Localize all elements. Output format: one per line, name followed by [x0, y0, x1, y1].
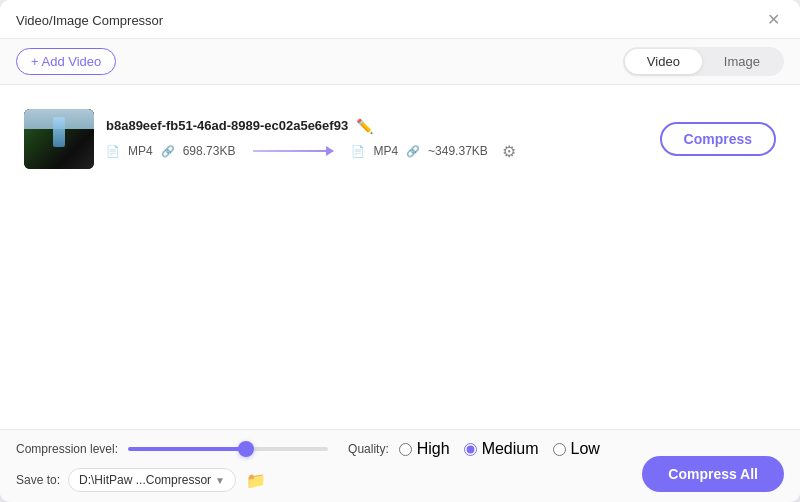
quality-high-label: High: [417, 440, 450, 458]
main-window: Video/Image Compressor ✕ + Add Video Vid…: [0, 0, 800, 502]
slider-container: [128, 447, 328, 451]
save-label: Save to:: [16, 473, 60, 487]
file-name: b8a89eef-fb51-46ad-8989-ec02a5e6ef93: [106, 118, 348, 133]
quality-high-option[interactable]: High: [399, 440, 450, 458]
file-row: b8a89eef-fb51-46ad-8989-ec02a5e6ef93 ✏️ …: [16, 99, 784, 179]
title-bar: Video/Image Compressor ✕: [0, 0, 800, 39]
content-area: b8a89eef-fb51-46ad-8989-ec02a5e6ef93 ✏️ …: [0, 85, 800, 429]
file-name-row: b8a89eef-fb51-46ad-8989-ec02a5e6ef93 ✏️: [106, 118, 648, 134]
toolbar: + Add Video Video Image: [0, 39, 800, 85]
arrow-area: [243, 150, 343, 152]
close-button[interactable]: ✕: [763, 10, 784, 30]
window-title: Video/Image Compressor: [16, 13, 163, 28]
size-out-icon: 🔗: [406, 145, 420, 158]
edit-icon[interactable]: ✏️: [356, 118, 373, 134]
format-in: MP4: [128, 144, 153, 158]
settings-icon[interactable]: ⚙: [502, 142, 516, 161]
quality-low-radio[interactable]: [553, 443, 566, 456]
bottom-right: Compress All: [642, 440, 784, 492]
file-meta-row: 📄 MP4 🔗 698.73KB 📄 MP4 🔗 ~349.37KB ⚙: [106, 142, 648, 161]
size-in-icon: 🔗: [161, 145, 175, 158]
size-out: ~349.37KB: [428, 144, 488, 158]
bottom-controls-left: Compression level: Quality: High: [16, 440, 600, 492]
quality-high-radio[interactable]: [399, 443, 412, 456]
save-path-text: D:\HitPaw ...Compressor: [79, 473, 211, 487]
save-path-select[interactable]: D:\HitPaw ...Compressor ▼: [68, 468, 236, 492]
add-video-button[interactable]: + Add Video: [16, 48, 116, 75]
bottom-bar: Compression level: Quality: High: [0, 429, 800, 502]
size-in: 698.73KB: [183, 144, 236, 158]
quality-medium-option[interactable]: Medium: [464, 440, 539, 458]
open-folder-button[interactable]: 📁: [244, 469, 268, 492]
quality-low-label: Low: [571, 440, 600, 458]
tab-video[interactable]: Video: [625, 49, 702, 74]
save-row: Save to: D:\HitPaw ...Compressor ▼ 📁: [16, 468, 600, 492]
quality-low-option[interactable]: Low: [553, 440, 600, 458]
arrow-line: [253, 150, 333, 152]
quality-label: Quality:: [348, 442, 389, 456]
compression-row: Compression level:: [16, 442, 328, 456]
chevron-down-icon: ▼: [215, 475, 225, 486]
quality-medium-label: Medium: [482, 440, 539, 458]
radio-group: High Medium Low: [399, 440, 600, 458]
quality-row: Quality: High Medium Low: [348, 440, 600, 458]
file-out-icon: 📄: [351, 145, 365, 158]
format-out: MP4: [373, 144, 398, 158]
compression-label: Compression level:: [16, 442, 118, 456]
file-in-icon: 📄: [106, 145, 120, 158]
tab-image[interactable]: Image: [702, 49, 782, 74]
compress-button[interactable]: Compress: [660, 122, 776, 156]
compress-all-button[interactable]: Compress All: [642, 456, 784, 492]
quality-medium-radio[interactable]: [464, 443, 477, 456]
compression-slider[interactable]: [128, 447, 328, 451]
file-thumbnail: [24, 109, 94, 169]
file-info: b8a89eef-fb51-46ad-8989-ec02a5e6ef93 ✏️ …: [106, 118, 648, 161]
top-controls: Compression level: Quality: High: [16, 440, 600, 458]
tab-group: Video Image: [623, 47, 784, 76]
